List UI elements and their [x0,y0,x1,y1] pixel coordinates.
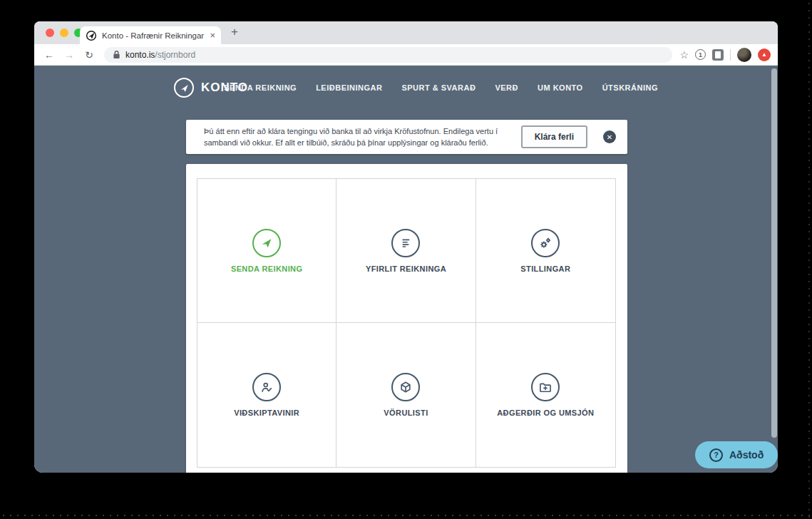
site-navigation: SENDA REIKNING LEIÐBEININGAR SPURT & SVA… [224,83,658,92]
tile-vidskiptavinir[interactable]: VIÐSKIPTAVINIR [197,323,336,467]
klara-ferli-button[interactable]: Klára ferli [521,125,587,148]
nav-um-konto[interactable]: UM KONTO [538,83,583,92]
tile-label: VÖRULISTI [384,408,428,417]
banner-close-icon[interactable]: ✕ [603,130,616,143]
adstod-help-button[interactable]: ? Aðstoð [695,441,778,468]
browser-window: Konto - Rafrænir Reikningar × + ← → ↻ ko… [34,21,778,473]
dashboard-card: SENDA REIKNING YFIRLIT REIKNINGA [186,164,627,473]
tile-senda-reikning[interactable]: SENDA REIKNING [197,179,336,323]
question-mark-icon: ? [709,448,723,462]
settings-gears-icon [531,229,560,257]
profile-avatar[interactable] [737,48,751,62]
page-scrollbar[interactable] [771,68,777,438]
background-dotted-edge-right [808,0,811,519]
nav-leidbeiningar[interactable]: LEIÐBEININGAR [316,83,382,92]
product-cube-icon [391,373,420,401]
nav-utskraning[interactable]: ÚTSKRÁNING [602,83,658,92]
url-domain: konto.is [125,50,155,60]
tile-adgerdir-og-umsjon[interactable]: AÐGERÐIR OG UMSJÓN [476,323,615,467]
site-favicon-icon [86,30,97,41]
url-text: konto.is/stjornbord [125,50,195,60]
forward-icon[interactable]: → [61,49,77,61]
konto-logo-cursor-icon [174,78,194,98]
toolbar-right-icons: ☆ 1 ▲ [679,48,771,62]
dashboard-grid: SENDA REIKNING YFIRLIT REIKNINGA [197,178,616,468]
tile-yfirlit-reikninga[interactable]: YFIRLIT REIKNINGA [336,179,476,323]
folder-plus-icon [531,373,560,401]
customer-person-icon [252,373,281,401]
background-dotted-edge-bottom [0,514,812,517]
help-label: Aðstoð [729,449,764,461]
url-bar[interactable]: konto.is/stjornbord [104,47,672,63]
tab-title: Konto - Rafrænir Reikningar [102,31,205,40]
toolbar-divider [730,49,731,61]
invoice-list-icon [391,229,420,257]
lock-icon [113,50,120,59]
extension-circled-one-icon[interactable]: 1 [695,49,706,60]
tile-label: AÐGERÐIR OG UMSJÓN [497,408,594,417]
send-invoice-icon [252,229,281,257]
tile-label: SENDA REIKNING [231,264,303,273]
tab-close-icon[interactable]: × [210,30,215,41]
extension-red-arrow-icon[interactable]: ▲ [758,48,771,61]
reload-icon[interactable]: ↻ [81,49,97,61]
close-window-button[interactable] [46,29,54,37]
banner-message: Þú átt enn eftir að klára tengingu við b… [204,125,508,149]
url-path: /stjornbord [155,50,195,60]
browser-toolbar: ← → ↻ konto.is/stjornbord ☆ 1 ▲ [34,44,778,66]
nav-verd[interactable]: VERÐ [495,83,518,92]
nav-spurt-og-svarad[interactable]: SPURT & SVARAÐ [401,83,476,92]
traffic-lights [46,29,83,37]
tab-strip: Konto - Rafrænir Reikningar × + [34,21,778,44]
back-icon[interactable]: ← [41,49,57,61]
tile-label: STILLINGAR [520,264,570,273]
tile-label: VIÐSKIPTAVINIR [234,408,299,417]
page-viewport: KONTO SENDA REIKNING LEIÐBEININGAR SPURT… [34,66,778,473]
new-tab-button[interactable]: + [231,25,238,39]
bookmark-star-icon[interactable]: ☆ [679,49,689,61]
minimize-window-button[interactable] [60,29,68,37]
tile-label: YFIRLIT REIKNINGA [366,264,446,273]
nav-senda-reikning[interactable]: SENDA REIKNING [224,83,297,92]
browser-tab[interactable]: Konto - Rafrænir Reikningar × [80,26,221,44]
bank-connection-banner: Þú átt enn eftir að klára tengingu við b… [186,120,627,154]
extension-box-icon[interactable] [712,49,724,61]
tile-vorulisti[interactable]: VÖRULISTI [336,323,476,467]
tile-stillingar[interactable]: STILLINGAR [476,179,615,323]
